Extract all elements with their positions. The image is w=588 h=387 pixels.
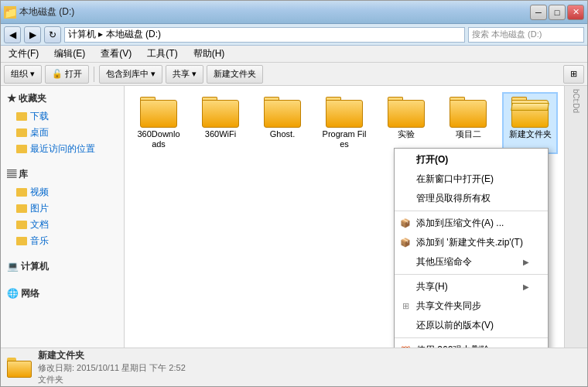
sidebar-item-label: 视频: [30, 186, 49, 199]
ctx-open-new-label: 在新窗口中打开(E): [416, 173, 494, 186]
ctx-permissions[interactable]: 管理员取得所有权: [395, 189, 548, 208]
refresh-button[interactable]: ↻: [44, 26, 61, 43]
file-area: 360Downloads 360WiFi Ghost.: [125, 86, 564, 348]
address-path[interactable]: 计算机 ▸ 本地磁盘 (D:): [64, 27, 465, 43]
folder-icon-project2: [450, 97, 487, 128]
status-detail: 修改日期: 2015/10/11 星期日 下午 2:52: [38, 362, 186, 374]
ctx-other-compress[interactable]: 其他压缩命令 ▶: [395, 252, 548, 272]
toolbar-separator: [94, 67, 94, 82]
ctx-share-label: 共享(H): [416, 280, 448, 293]
status-type: 文件夹: [38, 374, 186, 385]
include-library-label: 包含到库中 ▾: [106, 68, 156, 80]
title-bar: 📁 本地磁盘 (D:) ─ □ ✕: [1, 1, 587, 24]
open-button[interactable]: 🔓 打开: [45, 65, 89, 84]
new-folder-button[interactable]: 新建文件夹: [207, 65, 263, 84]
ctx-share[interactable]: 共享(H) ▶: [395, 277, 548, 296]
folder-icon-programfiles: [326, 97, 363, 128]
ctx-sep-3: [395, 337, 548, 338]
forward-button[interactable]: ▶: [24, 26, 41, 43]
sidebar-item-downloads[interactable]: 下载: [1, 108, 124, 125]
main-content: ★ 收藏夹 下载 桌面 最近访问的位置 ▤ 库: [1, 86, 587, 348]
context-menu: 打开(O) 在新窗口中打开(E) 管理员取得所有权 📦 添加到压缩文件(A) .…: [394, 148, 549, 348]
ctx-sync-label: 共享文件夹同步: [416, 300, 481, 313]
ctx-open[interactable]: 打开(O): [395, 150, 548, 170]
menu-tools[interactable]: 工具(T): [142, 46, 182, 62]
ctx-sep-2: [395, 274, 548, 275]
folder-label-programfiles: Program Files: [321, 129, 368, 149]
organize-label: 组织 ▾: [11, 68, 35, 80]
folder-label-shiyan: 实验: [398, 129, 415, 139]
sidebar-header-favorites[interactable]: ★ 收藏夹: [1, 89, 124, 108]
sidebar-header-library[interactable]: ▤ 库: [1, 165, 124, 184]
view-toggle-button[interactable]: ⊞: [563, 65, 584, 84]
folder-project2[interactable]: 项目二: [440, 92, 496, 154]
menu-bar: 文件(F) 编辑(E) 查看(V) 工具(T) 帮助(H): [1, 46, 587, 63]
sidebar: ★ 收藏夹 下载 桌面 最近访问的位置 ▤ 库: [1, 86, 125, 348]
sidebar-item-documents[interactable]: 文档: [1, 217, 124, 233]
folder-360downloads[interactable]: 360Downloads: [131, 92, 186, 154]
folder-newfolder[interactable]: 新建文件夹: [502, 92, 558, 154]
submenu-arrow: ▶: [523, 283, 529, 291]
path-text: 计算机 ▸ 本地磁盘 (D:): [68, 28, 161, 41]
folder-icon-360wifi: [202, 97, 239, 128]
folder-body: [326, 100, 363, 128]
share-button[interactable]: 共享 ▾: [166, 65, 203, 84]
sidebar-header-network[interactable]: 🌐 网络: [1, 284, 124, 303]
search-placeholder: 搜索 本地磁盘 (D:): [472, 29, 542, 40]
ctx-permissions-label: 管理员取得所有权: [416, 192, 491, 205]
maximize-button[interactable]: □: [549, 5, 566, 20]
folder-small-icon: [16, 188, 27, 197]
close-button[interactable]: ✕: [567, 5, 584, 20]
folder-ghost[interactable]: Ghost.: [255, 92, 310, 154]
ctx-add-zip-label: 添加到压缩文件(A) ...: [416, 217, 504, 230]
menu-help[interactable]: 帮助(H): [189, 46, 230, 62]
ctx-360del[interactable]: 🛡 使用 360强力删除: [395, 341, 548, 348]
sidebar-section-network: 🌐 网络: [1, 284, 124, 303]
ctx-open-new[interactable]: 在新窗口中打开(E): [395, 170, 548, 189]
folder-small-icon: [16, 145, 27, 153]
ctx-sync[interactable]: ⊞ 共享文件夹同步: [395, 296, 548, 316]
folder-small-icon: [16, 204, 27, 213]
ctx-360del-label: 使用 360强力删除: [416, 344, 490, 348]
minimize-button[interactable]: ─: [530, 5, 547, 20]
submenu-arrow: ▶: [523, 258, 529, 266]
sidebar-item-label: 桌面: [30, 126, 49, 139]
folder-programfiles[interactable]: Program Files: [316, 92, 372, 154]
menu-edit[interactable]: 编辑(E): [50, 46, 90, 62]
folder-label-360wifi: 360WiFi: [205, 129, 236, 139]
zip-icon-2: 📦: [399, 237, 412, 249]
search-box[interactable]: 搜索 本地磁盘 (D:): [468, 27, 584, 43]
back-button[interactable]: ◀: [4, 26, 21, 43]
main-window: 📁 本地磁盘 (D:) ─ □ ✕ ◀ ▶ ↻ 计算机 ▸ 本地磁盘 (D:) …: [0, 0, 588, 387]
folder-shiyan[interactable]: 实验: [378, 92, 434, 154]
sidebar-item-video[interactable]: 视频: [1, 184, 124, 200]
folder-360wifi[interactable]: 360WiFi: [193, 92, 248, 154]
sidebar-item-recent[interactable]: 最近访问的位置: [1, 141, 124, 157]
sidebar-section-library: ▤ 库 视频 图片 文档 音乐: [1, 165, 124, 249]
include-library-button[interactable]: 包含到库中 ▾: [99, 65, 162, 84]
new-folder-label: 新建文件夹: [214, 68, 256, 80]
address-bar: ◀ ▶ ↻ 计算机 ▸ 本地磁盘 (D:) 搜索 本地磁盘 (D:): [1, 24, 587, 46]
window-controls: ─ □ ✕: [530, 5, 584, 20]
view-icon: ⊞: [570, 69, 577, 79]
ctx-other-compress-label: 其他压缩命令: [416, 255, 472, 269]
sidebar-item-label: 下载: [30, 110, 49, 123]
menu-view[interactable]: 查看(V): [96, 46, 136, 62]
folder-label-newfolder: 新建文件夹: [509, 129, 552, 139]
status-info: 新建文件夹 修改日期: 2015/10/11 星期日 下午 2:52 文件夹: [38, 349, 186, 385]
organize-button[interactable]: 组织 ▾: [4, 65, 42, 84]
sidebar-item-music[interactable]: 音乐: [1, 233, 124, 249]
sidebar-item-pictures[interactable]: 图片: [1, 200, 124, 217]
sidebar-item-desktop[interactable]: 桌面: [1, 125, 124, 141]
folder-small-icon: [16, 128, 27, 137]
ctx-restore[interactable]: 还原以前的版本(V): [395, 316, 548, 335]
sidebar-header-computer[interactable]: 💻 计算机: [1, 257, 124, 276]
ctx-sep-1: [395, 211, 548, 211]
folder-body: [264, 100, 301, 128]
ctx-add-zip2[interactable]: 📦 添加到 '新建文件夹.zip'(T): [395, 233, 548, 252]
menu-file[interactable]: 文件(F): [4, 46, 43, 62]
ctx-add-zip2-label: 添加到 '新建文件夹.zip'(T): [416, 236, 523, 249]
folder-body: [450, 100, 487, 128]
right-panel-text: bCt:Dd: [572, 89, 580, 113]
ctx-add-zip[interactable]: 📦 添加到压缩文件(A) ...: [395, 214, 548, 233]
